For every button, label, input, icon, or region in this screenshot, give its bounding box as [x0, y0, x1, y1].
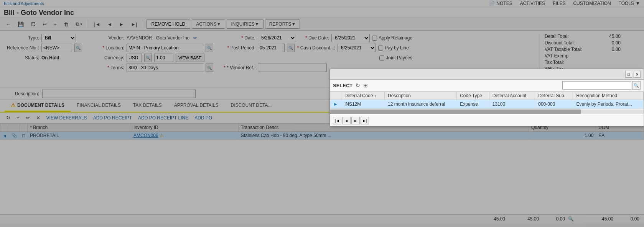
modal-row-code-cell: INS12M [341, 100, 384, 109]
modal-window: □ ✕ SELECT ↻ ⊞ 🔍 Deferral Code [329, 69, 644, 126]
modal-nav-buttons: |◄ ◄ ► ►| [333, 117, 369, 124]
modal-col-description: Description [384, 92, 456, 100]
modal-fit-button[interactable]: ⊞ [363, 82, 368, 88]
modal-refresh-button[interactable]: ↻ [356, 82, 360, 88]
modal-row-description-cell: 12 month insurance deferral [384, 100, 456, 109]
modal-titlebar-buttons: □ ✕ [625, 71, 641, 78]
modal-restore-button[interactable]: □ [625, 71, 632, 78]
modal-close-button[interactable]: ✕ [634, 71, 641, 78]
modal-toolbar: SELECT ↻ ⊞ 🔍 [330, 80, 644, 91]
modal-scroll-thumb[interactable] [330, 109, 581, 114]
modal-overlay: □ ✕ SELECT ↻ ⊞ 🔍 Deferral Code [0, 0, 644, 223]
modal-row-sub-cell: 000-000 [535, 100, 573, 109]
modal-col-sub: Deferral Sub. [535, 92, 573, 100]
modal-header-row: Deferral Code ↕ Description Code Type De… [330, 92, 644, 100]
modal-last-button[interactable]: ►| [361, 117, 369, 124]
modal-scrollbar[interactable] [330, 109, 644, 114]
modal-first-button[interactable]: |◄ [333, 117, 341, 124]
modal-search-area: 🔍 [562, 81, 641, 90]
modal-grid: Deferral Code ↕ Description Code Type De… [330, 91, 644, 109]
modal-table: Deferral Code ↕ Description Code Type De… [330, 91, 644, 109]
modal-row-account-cell: 13100 [489, 100, 535, 109]
modal-col-method: Recognition Method [573, 92, 644, 100]
modal-col-code: Deferral Code ↕ [341, 92, 384, 100]
modal-footer: |◄ ◄ ► ►| [330, 115, 644, 126]
modal-row-indicator-cell: ► [330, 100, 341, 109]
modal-titlebar: □ ✕ [330, 69, 644, 80]
modal-select-button[interactable]: SELECT [333, 83, 352, 88]
modal-col-account: Deferral Account [489, 92, 535, 100]
modal-col-code-type: Code Type [457, 92, 489, 100]
modal-col-indicator [330, 92, 341, 100]
modal-search-button[interactable]: 🔍 [632, 81, 641, 90]
modal-search-input[interactable] [562, 81, 631, 90]
modal-row-codetype-cell: Expense [457, 100, 489, 109]
modal-prev-button[interactable]: ◄ [342, 117, 351, 124]
sort-icon[interactable]: ↕ [374, 94, 376, 98]
modal-next-button[interactable]: ► [351, 117, 360, 124]
modal-table-row[interactable]: ► INS12M 12 month insurance deferral Exp… [330, 100, 644, 109]
modal-row-method-cell: Evenly by Periods, Prorat... [573, 100, 644, 109]
